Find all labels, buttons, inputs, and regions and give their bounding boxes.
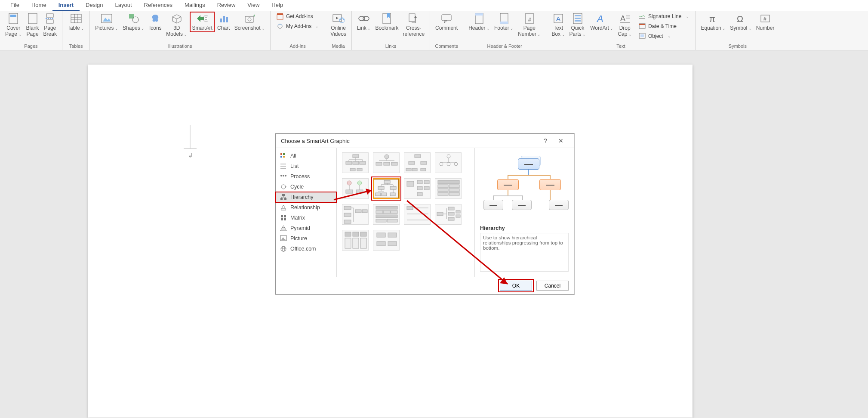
smartart-thumb[interactable] bbox=[435, 204, 462, 225]
group-label-headerfooter: Header & Footer bbox=[467, 43, 542, 50]
svg-rect-172 bbox=[376, 211, 383, 214]
symbol-button[interactable]: Ω Symbol bbox=[728, 12, 754, 32]
svg-rect-154 bbox=[417, 186, 422, 190]
tab-mailings[interactable]: Mailings bbox=[179, 0, 211, 11]
drop-cap-icon: A bbox=[619, 12, 631, 25]
smartart-thumb[interactable] bbox=[373, 152, 400, 173]
svg-text:Ω: Ω bbox=[737, 14, 743, 24]
number-button[interactable]: # Number bbox=[754, 12, 776, 32]
tab-file[interactable]: File bbox=[4, 0, 25, 11]
tab-design[interactable]: Design bbox=[80, 0, 109, 11]
cat-all[interactable]: All bbox=[276, 151, 336, 161]
smartart-thumb[interactable] bbox=[342, 152, 369, 173]
svg-point-14 bbox=[132, 17, 139, 23]
smartart-thumb[interactable] bbox=[404, 204, 431, 225]
smartart-thumb[interactable] bbox=[435, 152, 462, 173]
link-button[interactable]: Link bbox=[355, 12, 373, 32]
svg-rect-174 bbox=[391, 211, 397, 214]
cat-matrix[interactable]: Matrix bbox=[276, 213, 336, 223]
cover-page-button[interactable]: CoverPage bbox=[3, 12, 24, 38]
smartart-thumb[interactable] bbox=[373, 230, 400, 251]
cat-list[interactable]: List bbox=[276, 161, 336, 171]
cat-officecom[interactable]: Office.com bbox=[276, 244, 336, 254]
text-box-button[interactable]: A TextBox bbox=[550, 12, 566, 38]
page-number-button[interactable]: # PageNumber bbox=[516, 12, 542, 38]
3d-models-button[interactable]: 3DModels bbox=[164, 12, 189, 38]
screenshot-button[interactable]: + Screenshot bbox=[233, 12, 267, 32]
my-addins-button[interactable]: My Add-ins⌄ bbox=[274, 22, 321, 31]
svg-rect-163 bbox=[449, 192, 459, 195]
tab-help[interactable]: Help bbox=[265, 0, 289, 11]
svg-rect-120 bbox=[415, 155, 421, 158]
comment-button[interactable]: Comment bbox=[434, 12, 459, 32]
process-icon bbox=[280, 173, 287, 180]
footer-button[interactable]: Footer bbox=[492, 12, 515, 32]
smartart-thumb[interactable] bbox=[404, 178, 431, 199]
all-icon bbox=[280, 152, 287, 159]
svg-point-34 bbox=[363, 16, 369, 21]
smartart-preview: Hierarchy Use to show hierarchical relat… bbox=[475, 148, 574, 277]
online-videos-button[interactable]: OnlineVideos bbox=[329, 12, 348, 38]
smartart-thumb[interactable] bbox=[404, 152, 431, 173]
quick-parts-button[interactable]: QuickParts bbox=[568, 12, 588, 38]
svg-text:A: A bbox=[556, 15, 560, 22]
smartart-thumb[interactable] bbox=[342, 178, 369, 199]
smartart-thumb[interactable] bbox=[373, 204, 400, 225]
svg-rect-167 bbox=[355, 210, 361, 213]
cancel-button[interactable]: Cancel bbox=[536, 281, 569, 291]
svg-rect-22 bbox=[223, 16, 225, 22]
group-label-links: Links bbox=[355, 43, 426, 50]
menu-tabs: File Home Insert Design Layout Reference… bbox=[0, 0, 868, 11]
date-time-icon bbox=[639, 23, 646, 30]
svg-rect-121 bbox=[409, 161, 415, 164]
tab-references[interactable]: References bbox=[138, 0, 179, 11]
header-button[interactable]: Header bbox=[467, 12, 492, 32]
tab-review[interactable]: Review bbox=[211, 0, 242, 11]
pictures-button[interactable]: Pictures bbox=[93, 12, 120, 32]
blank-page-button[interactable]: BlankPage bbox=[25, 12, 41, 38]
svg-rect-157 bbox=[438, 180, 459, 184]
cat-cycle[interactable]: Cycle bbox=[276, 182, 336, 192]
table-button[interactable]: Table bbox=[66, 12, 86, 32]
bookmark-button[interactable]: Bookmark bbox=[373, 12, 400, 32]
dialog-close-button[interactable]: ✕ bbox=[553, 137, 569, 144]
ok-button[interactable]: OK bbox=[500, 281, 532, 291]
smartart-button[interactable]: SmartArt bbox=[190, 12, 214, 32]
smartart-thumb-selected[interactable] bbox=[373, 178, 400, 199]
tab-view[interactable]: View bbox=[241, 0, 265, 11]
svg-rect-62 bbox=[640, 34, 644, 37]
date-time-button[interactable]: Date & Time bbox=[636, 22, 692, 31]
get-addins-button[interactable]: Get Add-ins bbox=[274, 12, 321, 21]
drop-cap-button[interactable]: A DropCap bbox=[616, 12, 634, 38]
smartart-thumb[interactable] bbox=[342, 204, 369, 225]
cross-reference-button[interactable]: Cross-reference bbox=[401, 12, 426, 38]
smartart-icon bbox=[196, 12, 208, 25]
chart-button[interactable]: Chart bbox=[215, 12, 232, 32]
icons-button[interactable]: Icons bbox=[147, 12, 163, 32]
dialog-help-button[interactable]: ? bbox=[538, 137, 553, 144]
object-button[interactable]: Object⌄ bbox=[636, 31, 692, 41]
smartart-thumb[interactable] bbox=[435, 178, 462, 199]
svg-rect-82 bbox=[282, 194, 285, 196]
shapes-button[interactable]: Shapes bbox=[121, 12, 146, 32]
equation-button[interactable]: π Equation bbox=[699, 12, 727, 32]
cat-relationship[interactable]: Relationship bbox=[276, 202, 336, 213]
cat-hierarchy[interactable]: Hierarchy bbox=[276, 192, 336, 202]
group-label-media: Media bbox=[329, 43, 348, 50]
svg-rect-185 bbox=[448, 217, 454, 220]
smartart-thumb[interactable] bbox=[342, 230, 369, 251]
cat-pyramid[interactable]: Pyramid bbox=[276, 223, 336, 233]
cat-picture[interactable]: Picture bbox=[276, 233, 336, 244]
svg-rect-143 bbox=[390, 193, 395, 196]
cat-process[interactable]: Process bbox=[276, 171, 336, 182]
svg-rect-176 bbox=[376, 219, 386, 222]
tab-layout[interactable]: Layout bbox=[109, 0, 138, 11]
wordart-button[interactable]: A WordArt bbox=[588, 12, 615, 32]
tab-home[interactable]: Home bbox=[25, 0, 52, 11]
tab-insert[interactable]: Insert bbox=[52, 0, 80, 11]
signature-line-button[interactable]: Signature Line⌄ bbox=[636, 12, 692, 21]
svg-rect-196 bbox=[377, 233, 385, 237]
svg-rect-166 bbox=[344, 220, 351, 223]
page-break-button[interactable]: PageBreak bbox=[42, 12, 58, 38]
group-label-comments: Comments bbox=[434, 43, 459, 50]
